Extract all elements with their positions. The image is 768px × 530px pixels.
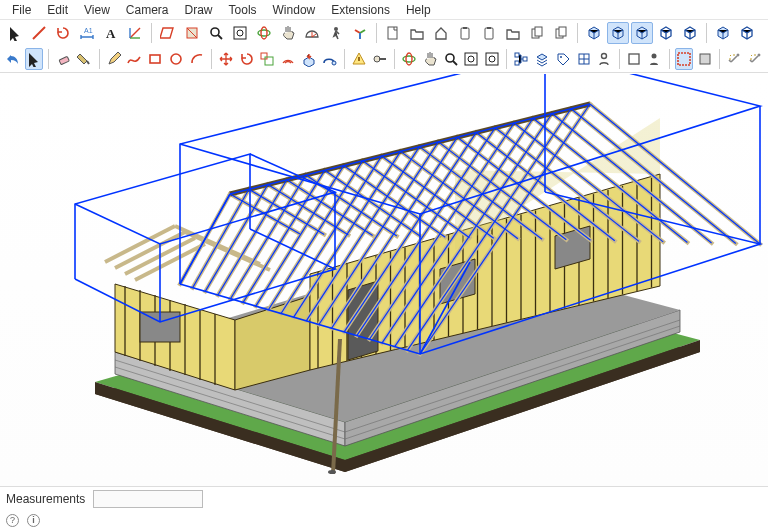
menu-tools[interactable]: Tools xyxy=(223,1,263,19)
wire-rect-icon[interactable] xyxy=(624,48,643,70)
home-icon[interactable] xyxy=(430,22,452,44)
component-icon[interactable] xyxy=(574,48,593,70)
person-icon[interactable] xyxy=(595,48,614,70)
rotate-tool-icon[interactable] xyxy=(237,48,256,70)
separator xyxy=(506,49,507,69)
separator xyxy=(151,23,152,43)
zoom-extents-icon[interactable] xyxy=(483,48,502,70)
open-file-icon[interactable] xyxy=(406,22,428,44)
section-cut-icon[interactable] xyxy=(157,22,179,44)
rectangle-icon[interactable] xyxy=(146,48,165,70)
orbit-icon[interactable] xyxy=(253,22,275,44)
separator xyxy=(619,49,620,69)
help-icon[interactable]: ? xyxy=(6,514,19,527)
separator xyxy=(394,49,395,69)
pushpull-icon[interactable] xyxy=(299,48,318,70)
orbit-nav-icon[interactable] xyxy=(400,48,419,70)
separator xyxy=(706,23,707,43)
axes-icon[interactable] xyxy=(349,22,371,44)
status-bar: Measurements ? i xyxy=(0,486,768,530)
layers-icon[interactable] xyxy=(533,48,552,70)
separator xyxy=(211,49,212,69)
section-fill-icon[interactable] xyxy=(181,22,203,44)
menu-view[interactable]: View xyxy=(78,1,116,19)
menu-window[interactable]: Window xyxy=(267,1,322,19)
cube-shade-icon[interactable] xyxy=(712,22,734,44)
wire-box-icon[interactable] xyxy=(655,22,677,44)
protractor-icon[interactable] xyxy=(301,22,323,44)
pan-icon[interactable] xyxy=(277,22,299,44)
zoom-extent-icon[interactable] xyxy=(229,22,251,44)
separator xyxy=(719,49,720,69)
svg-point-82 xyxy=(328,470,336,474)
paste-place-icon[interactable] xyxy=(454,22,476,44)
cursor-icon[interactable] xyxy=(25,48,44,70)
paste-icon[interactable] xyxy=(478,22,500,44)
paint-icon[interactable] xyxy=(75,48,94,70)
axis-icon[interactable] xyxy=(124,22,146,44)
menu-edit[interactable]: Edit xyxy=(41,1,74,19)
separator xyxy=(48,49,49,69)
eraser-icon[interactable] xyxy=(54,48,73,70)
separator xyxy=(669,49,670,69)
text-icon[interactable] xyxy=(100,22,122,44)
hidden-box-icon[interactable] xyxy=(679,22,701,44)
toolbar-row-1 xyxy=(0,20,768,46)
menu-file[interactable]: File xyxy=(6,1,37,19)
menu-bar: File Edit View Camera Draw Tools Window … xyxy=(0,0,768,20)
outliner-icon[interactable] xyxy=(512,48,531,70)
menu-help[interactable]: Help xyxy=(400,1,437,19)
separator xyxy=(344,49,345,69)
fill-rect-icon[interactable] xyxy=(695,48,714,70)
selection-box-icon[interactable] xyxy=(675,48,694,70)
circle-icon[interactable] xyxy=(166,48,185,70)
undo-icon[interactable] xyxy=(4,48,23,70)
menu-extensions[interactable]: Extensions xyxy=(325,1,396,19)
folder-icon[interactable] xyxy=(502,22,524,44)
separator xyxy=(577,23,578,43)
clipboard-icon[interactable] xyxy=(526,22,548,44)
box-view-icon[interactable] xyxy=(607,22,629,44)
shaded-icon[interactable] xyxy=(631,22,653,44)
toolbars xyxy=(0,20,768,73)
select-line-icon[interactable] xyxy=(28,22,50,44)
separator xyxy=(99,49,100,69)
walk-icon[interactable] xyxy=(325,22,347,44)
warning-icon[interactable] xyxy=(350,48,369,70)
measurements-input[interactable] xyxy=(93,490,203,508)
tape-icon[interactable] xyxy=(370,48,389,70)
copy-icon[interactable] xyxy=(550,22,572,44)
separator xyxy=(376,23,377,43)
scale-tool-icon[interactable] xyxy=(258,48,277,70)
offset-icon[interactable] xyxy=(279,48,298,70)
zoom-window-icon[interactable] xyxy=(462,48,481,70)
rotate-icon[interactable] xyxy=(52,22,74,44)
zoom-icon[interactable] xyxy=(205,22,227,44)
freehand-icon[interactable] xyxy=(125,48,144,70)
dimension-icon[interactable] xyxy=(76,22,98,44)
new-file-icon[interactable] xyxy=(382,22,404,44)
pencil-icon[interactable] xyxy=(104,48,123,70)
wand-2-icon[interactable] xyxy=(745,48,764,70)
zoom-nav-icon[interactable] xyxy=(441,48,460,70)
menu-camera[interactable]: Camera xyxy=(120,1,175,19)
tags-icon[interactable] xyxy=(553,48,572,70)
wand-icon[interactable] xyxy=(725,48,744,70)
select-icon[interactable] xyxy=(4,22,26,44)
move-tool-icon[interactable] xyxy=(217,48,236,70)
pan-nav-icon[interactable] xyxy=(421,48,440,70)
cube-wire-icon[interactable] xyxy=(736,22,758,44)
svg-line-146 xyxy=(325,170,421,236)
model-viewport[interactable] xyxy=(0,74,768,486)
toolbar-row-2 xyxy=(0,46,768,72)
avatar-icon[interactable] xyxy=(645,48,664,70)
menu-draw[interactable]: Draw xyxy=(179,1,219,19)
measurements-label: Measurements xyxy=(6,492,85,506)
followme-icon[interactable] xyxy=(320,48,339,70)
solid-box-icon[interactable] xyxy=(583,22,605,44)
arc-icon[interactable] xyxy=(187,48,206,70)
info-icon[interactable]: i xyxy=(27,514,40,527)
